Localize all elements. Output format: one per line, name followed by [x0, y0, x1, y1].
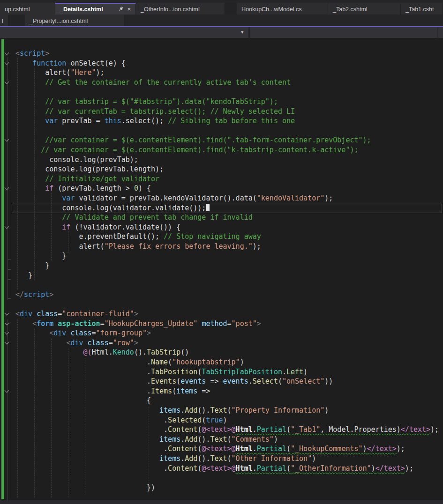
code-line[interactable]: // Initialize/get validator	[15, 174, 439, 184]
pin-icon[interactable]	[119, 6, 124, 13]
code-line[interactable]: <div class="container-fluid">	[15, 309, 439, 319]
bottom-strip	[0, 500, 443, 504]
document-tab-strip: up.cshtml _Details.cshtml × _OtherInfo..…	[0, 0, 443, 27]
tab-label: _Tab1.csht	[405, 6, 434, 13]
fold-chevron-icon[interactable]	[4, 321, 10, 326]
vs-editor-window: up.cshtml _Details.cshtml × _OtherInfo..…	[0, 0, 443, 504]
code-line[interactable]: // Validate and prevent tab change if in…	[15, 213, 439, 222]
code-line[interactable]: <form asp-action="HookupCharges_Update" …	[15, 319, 439, 329]
code-line[interactable]: <div class="form-group">	[15, 328, 439, 338]
code-line[interactable]: // var container = $(e.contentElement).f…	[15, 145, 439, 155]
code-line[interactable]: .Content(@<text>@Html.Partial("_Tab1", M…	[15, 425, 439, 435]
code-line[interactable]: .Content(@<text>@Html.Partial("_OtherInf…	[15, 464, 439, 474]
code-line[interactable]: </script>	[15, 290, 439, 300]
code-line[interactable]: var validator = prevTab.kendoValidator()…	[15, 193, 439, 203]
code-line[interactable]: {	[15, 396, 439, 406]
code-line[interactable]: var prevTab = this.select(); // Sibling …	[15, 116, 439, 126]
fold-region-end	[8, 269, 11, 270]
code-line[interactable]: //var container = $(e.contentElement).fi…	[15, 135, 439, 145]
fold-chevron-icon[interactable]	[4, 137, 10, 143]
code-line[interactable]: if (!validator.validate()) {	[15, 222, 439, 232]
tab-label: _OtherInfo...ion.cshtml	[141, 6, 200, 13]
code-line[interactable]: items.Add().Text("Other Information")	[15, 454, 439, 464]
text-cursor	[206, 204, 210, 211]
code-line[interactable]: <div class="row">	[15, 338, 439, 348]
code-text-area[interactable]: <script> function onSelect(e) { alert("H…	[15, 49, 439, 492]
tab-label: _Tab2.cshtml	[333, 6, 368, 13]
code-line[interactable]: .Events(events => events.Select("onSelec…	[15, 377, 439, 386]
code-line[interactable]	[15, 299, 439, 309]
tab-label: _PropertyI...ion.cshtml	[30, 18, 88, 24]
tab-label: HookupCh...wModel.cs	[241, 6, 302, 13]
tab-otherinformation-cshtml[interactable]: _OtherInfo...ion.cshtml	[136, 3, 225, 15]
navbar-divider	[437, 27, 438, 38]
code-line[interactable]: items.Add().Text("Property Information")	[15, 406, 439, 415]
code-line[interactable]: }	[15, 261, 439, 271]
code-line[interactable]: e.preventDefault(); // Stop navigating a…	[15, 232, 439, 242]
code-editor[interactable]: <script> function onSelect(e) { alert("H…	[0, 38, 443, 504]
tab-hookupviewmodel-cs[interactable]: HookupCh...wModel.cs	[237, 3, 328, 15]
fold-chevron-icon[interactable]	[4, 388, 10, 394]
tab-gap	[8, 15, 25, 26]
code-line[interactable]: .Items(items =>	[15, 386, 439, 396]
code-line[interactable]: if (prevTab.length > 0) {	[15, 184, 439, 193]
close-icon[interactable]: ×	[127, 6, 131, 12]
code-line[interactable]: }	[15, 251, 439, 261]
fold-chevron-icon[interactable]	[4, 311, 10, 317]
code-line[interactable]: console.log(prevTab);	[15, 155, 439, 165]
tab-propertyinformation-cshtml[interactable]: _PropertyI...ion.cshtml	[25, 15, 124, 26]
fold-chevron-icon[interactable]	[4, 340, 10, 346]
code-line[interactable]: .Selected(true)	[15, 415, 439, 425]
code-line[interactable]: }	[15, 271, 439, 281]
fold-chevron-icon[interactable]	[4, 60, 10, 66]
code-line[interactable]: // var currentTab = tabstrip.select(); /…	[15, 107, 439, 117]
tab-row-1: up.cshtml _Details.cshtml × _OtherInfo..…	[0, 3, 443, 15]
code-line[interactable]	[15, 126, 439, 136]
code-line[interactable]: })	[15, 483, 439, 493]
fold-chevron-icon[interactable]	[4, 185, 10, 191]
code-line[interactable]	[15, 473, 439, 483]
tab-label: _Details.cshtml	[60, 6, 115, 13]
code-line[interactable]: items.Add().Text("Comments")	[15, 435, 439, 445]
tab-label: l	[2, 18, 3, 24]
tab-tab2-cshtml[interactable]: _Tab2.cshtml	[328, 3, 401, 15]
code-line[interactable]: alert("Here");	[15, 68, 439, 78]
code-line[interactable]: .Content(@<text>@Html.Partial("_HookupCo…	[15, 444, 439, 454]
tab-row-2: l _PropertyI...ion.cshtml	[0, 15, 124, 26]
code-line[interactable]: console.log(prevTab.length);	[15, 164, 439, 174]
code-line[interactable]: console.log(validator.validate());	[15, 203, 439, 213]
code-line[interactable]: .TabPosition(TabStripTabPosition.Left)	[15, 367, 439, 377]
code-line[interactable]: .Name("hookuptabstrip")	[15, 357, 439, 367]
code-line[interactable]: <script>	[15, 49, 439, 59]
code-line[interactable]	[15, 87, 439, 97]
fold-region-end	[8, 279, 11, 280]
tab-details-cshtml[interactable]: _Details.cshtml ×	[55, 3, 136, 15]
code-line[interactable]: function onSelect(e) {	[15, 59, 439, 68]
change-tracking-bar	[1, 39, 4, 499]
tab-hookup-cshtml[interactable]: up.cshtml	[0, 3, 55, 15]
types-dropdown[interactable]	[0, 27, 248, 38]
code-line[interactable]: // Get the container of the currently ac…	[15, 78, 439, 88]
tab-label: up.cshtml	[5, 6, 30, 13]
fold-region-line	[8, 319, 8, 504]
fold-chevron-icon[interactable]	[4, 224, 10, 230]
fold-region-end	[8, 259, 11, 260]
tab-gap	[225, 3, 237, 15]
code-line[interactable]: alert("Please fix errors before leaving.…	[15, 242, 439, 252]
tab-fragment[interactable]: l	[0, 15, 8, 26]
fold-region-line	[8, 57, 8, 300]
members-dropdown[interactable]	[250, 27, 437, 38]
fold-chevron-icon[interactable]	[4, 80, 10, 85]
code-navigation-bar: ▾	[0, 27, 443, 38]
code-line[interactable]: @(Html.Kendo().TabStrip()	[15, 348, 439, 357]
chevron-down-icon: ▾	[241, 29, 244, 35]
fold-region-end	[8, 298, 11, 299]
code-line[interactable]	[15, 280, 439, 290]
code-line[interactable]: // var tabstrip = $("#tabstrip").data("k…	[15, 97, 439, 107]
fold-chevron-icon[interactable]	[4, 330, 10, 336]
tab-tab1-cshtml[interactable]: _Tab1.csht	[401, 3, 443, 15]
fold-chevron-icon[interactable]	[4, 51, 10, 56]
